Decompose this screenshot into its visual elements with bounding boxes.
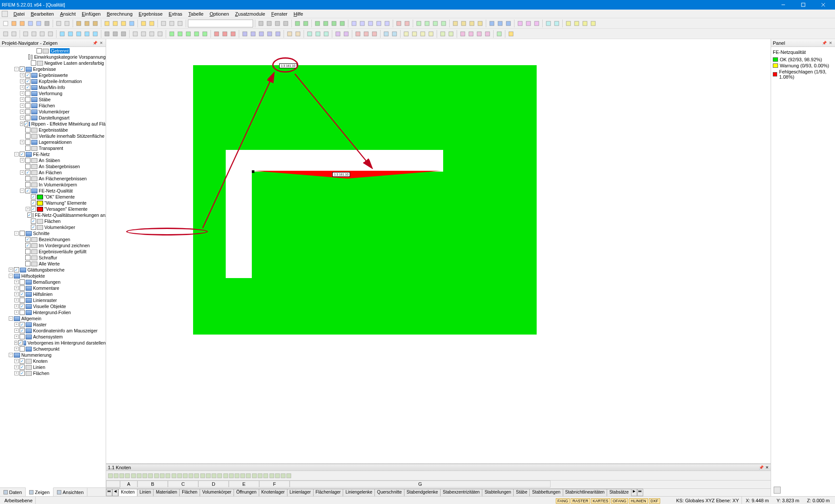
toolbar-button[interactable] (544, 20, 552, 27)
toolbar-button[interactable] (168, 20, 176, 27)
table-toolbar-button[interactable] (108, 473, 113, 478)
table-tab[interactable]: Stabbettungen (529, 489, 563, 496)
pin-icon[interactable]: 📌 (822, 40, 827, 46)
table-toolbar-button[interactable] (160, 473, 165, 478)
checkbox[interactable] (28, 54, 30, 60)
toolbar-button[interactable] (439, 30, 447, 38)
table-tab[interactable]: Stabexzentrizitäten (440, 489, 482, 496)
table-tab[interactable]: Linienlager (287, 489, 314, 496)
expand-icon[interactable]: + (20, 170, 24, 175)
tree-item[interactable]: +Linien (0, 364, 106, 370)
checkbox[interactable] (20, 358, 25, 364)
checkbox[interactable] (18, 340, 23, 345)
toolbar-button[interactable] (334, 30, 342, 38)
tree-item[interactable]: +Stäbe (0, 96, 106, 103)
snap-toggle-raster[interactable]: RASTER (571, 498, 590, 504)
snap-toggle-ofang[interactable]: OFANG (611, 498, 628, 504)
checkbox[interactable] (20, 66, 25, 72)
tree-item[interactable]: −Allgemein (0, 315, 106, 322)
toolbar-combo[interactable] (188, 20, 253, 27)
checkbox[interactable] (20, 152, 25, 157)
table-tab[interactable]: Stabsätze (607, 489, 631, 496)
tree-item[interactable]: Verläufe innerhalb Stützenfläche (0, 133, 106, 139)
table-tab[interactable]: Liniengelenke (343, 489, 375, 496)
expand-icon[interactable]: + (14, 310, 19, 315)
checkbox[interactable] (25, 115, 30, 120)
toolbar-button[interactable] (383, 20, 391, 27)
checkbox[interactable] (20, 334, 25, 339)
table-toolbar-button[interactable] (240, 473, 245, 478)
toolbar-button[interactable] (229, 30, 237, 38)
checkbox[interactable] (25, 188, 30, 193)
toolbar-button[interactable] (160, 20, 167, 27)
checkbox[interactable] (25, 261, 30, 266)
collapse-icon[interactable]: − (9, 316, 13, 321)
tab-nav[interactable]: ▶ (631, 489, 637, 496)
toolbar-button[interactable] (30, 30, 38, 38)
menu-ansicht[interactable]: Ansicht (57, 10, 79, 17)
table-toolbar-button[interactable] (142, 473, 147, 478)
toolbar-button[interactable] (193, 30, 200, 38)
toolbar-button[interactable] (467, 30, 475, 38)
expand-icon[interactable]: + (20, 73, 24, 77)
table-toolbar-button[interactable] (263, 473, 268, 478)
table-grid[interactable]: ABCDEFG Knoten (106, 481, 771, 488)
tree-item[interactable]: −Ergebnisse (0, 66, 106, 72)
expand-icon[interactable]: + (20, 103, 24, 108)
toolbar-button[interactable] (484, 30, 491, 38)
toolbar-button[interactable] (103, 20, 111, 27)
checkbox[interactable] (25, 79, 30, 84)
snap-toggle-kartes[interactable]: KARTES (591, 498, 610, 504)
toolbar-button[interactable] (2, 20, 10, 27)
toolbar-button[interactable] (83, 30, 91, 38)
toolbar-button[interactable] (322, 20, 330, 27)
col-letter[interactable]: D (198, 481, 229, 487)
table-toolbar-button[interactable] (183, 473, 188, 478)
checkbox[interactable] (25, 158, 30, 163)
toolbar-button[interactable] (589, 20, 597, 27)
menu-datei[interactable]: Datei (10, 10, 28, 17)
table-tab[interactable]: Materialien (153, 489, 180, 496)
expand-icon[interactable]: + (20, 158, 24, 162)
toolbar-button[interactable] (314, 30, 322, 38)
toolbar-button[interactable] (2, 30, 10, 38)
expand-icon[interactable]: + (20, 122, 23, 126)
toolbar-button[interactable] (120, 20, 127, 27)
toolbar-button[interactable] (350, 20, 358, 27)
toolbar-button[interactable] (419, 30, 427, 38)
navigator-tree[interactable]: GetrenntEinwirkungskategorie Vorspannung… (0, 47, 106, 487)
tree-item[interactable]: +Kommentare (0, 285, 106, 291)
table-toolbar-button[interactable] (188, 473, 194, 478)
close-button[interactable] (813, 0, 833, 10)
checkbox[interactable] (14, 267, 19, 272)
tree-item[interactable]: +Knoten (0, 358, 106, 364)
table-tab[interactable]: Stabnichtlinearitäten (563, 489, 608, 496)
menu-hilfe[interactable]: Hilfe (291, 10, 306, 17)
tree-item[interactable]: +Hintergrund-Folien (0, 309, 106, 315)
toolbar-button[interactable] (91, 20, 99, 27)
close-icon[interactable]: ✕ (99, 40, 104, 46)
tree-item[interactable]: +Koordinateninfo am Mauszeiger (0, 328, 106, 334)
tab-nav[interactable]: ⏮ (106, 489, 112, 496)
toolbar-button[interactable] (306, 30, 314, 38)
menu-ergebnisse[interactable]: Ergebnisse (136, 10, 166, 17)
checkbox[interactable] (31, 225, 36, 230)
toolbar-button[interactable] (111, 20, 119, 27)
toolbar-button[interactable] (213, 30, 220, 38)
expand-icon[interactable]: + (14, 286, 19, 290)
tree-item[interactable]: −FE-Netz-Qualität (0, 188, 106, 194)
tree-item[interactable]: Einwirkungskategorie Vorspannung (0, 54, 106, 60)
toolbar-button[interactable] (294, 30, 302, 38)
checkbox[interactable] (31, 194, 36, 199)
table-toolbar-button[interactable] (206, 473, 211, 478)
toolbar-button[interactable] (83, 20, 91, 27)
toolbar-button[interactable] (362, 30, 370, 38)
table-toolbar-button[interactable] (246, 473, 251, 478)
table-tab[interactable]: Öffnungen (234, 489, 259, 496)
menu-tabelle[interactable]: Tabelle (185, 10, 207, 17)
checkbox[interactable] (25, 164, 30, 169)
close-icon[interactable]: ✕ (828, 40, 833, 46)
expand-icon[interactable]: + (26, 207, 30, 211)
table-toolbar-button[interactable] (154, 473, 159, 478)
checkbox[interactable] (20, 365, 25, 370)
